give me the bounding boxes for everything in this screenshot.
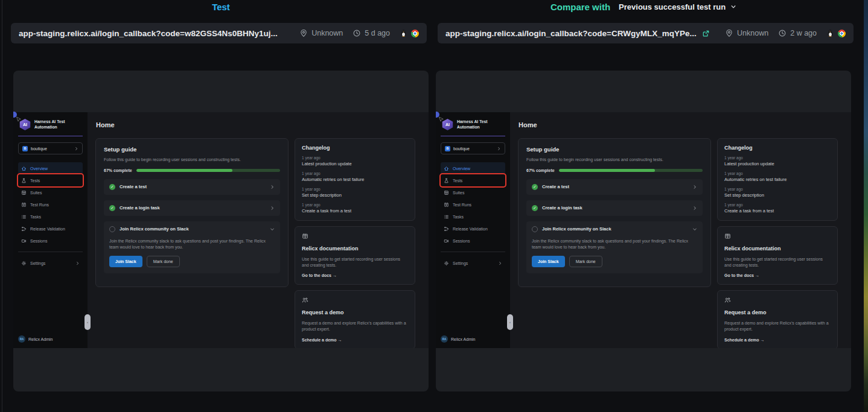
sidebar-item-release-validation[interactable]: Release Validation xyxy=(441,223,505,235)
docs-title: Relicx documentation xyxy=(724,246,831,252)
demo-title: Request a demo xyxy=(302,309,408,315)
setup-step-create-test[interactable]: Create a test xyxy=(104,179,280,195)
mark-done-button[interactable]: Mark done xyxy=(569,256,602,267)
sidebar-item-tests[interactable]: Tests xyxy=(18,174,83,186)
documentation-card: Relicx documentation Use this guide to g… xyxy=(295,226,415,285)
flask-icon xyxy=(21,178,27,183)
app-sidebar: AI Harness AI Test Automation B boutique… xyxy=(436,112,510,348)
changelog-time: 1 year ago xyxy=(724,187,831,191)
demo-text: Request a demo and explore Relicx's capa… xyxy=(302,320,408,332)
schedule-demo-link[interactable]: Schedule a demo → xyxy=(302,338,408,342)
left-screenshot-panel: AI Harness AI Test Automation B boutique… xyxy=(13,71,429,391)
project-name: boutique xyxy=(453,147,470,151)
setup-step-create-login-task[interactable]: Create a login task xyxy=(104,200,280,216)
home-icon xyxy=(21,166,27,171)
avatar: RA xyxy=(18,335,25,343)
sidebar-item-tasks[interactable]: Tasks xyxy=(18,211,83,223)
sidebar-user[interactable]: RA Relicx Admin xyxy=(441,335,475,343)
changelog-text: Create a task from a test xyxy=(724,208,831,214)
schedule-demo-link[interactable]: Schedule a demo → xyxy=(724,338,831,342)
sidebar-item-label: Tasks xyxy=(30,215,41,219)
app-sidebar: AI Harness AI Test Automation B boutique… xyxy=(13,112,88,348)
user-name: Relicx Admin xyxy=(451,337,475,341)
step-label: Create a test xyxy=(120,184,147,189)
test-title: Test xyxy=(212,2,230,12)
sidebar-item-label: Sessions xyxy=(30,239,47,243)
setup-guide-card: Setup guide Follow this guide to begin r… xyxy=(518,138,711,287)
chrome-icon xyxy=(838,30,846,37)
changelog-entry: 1 year ago Create a task from a test xyxy=(724,203,831,214)
changelog-title: Changelog xyxy=(724,145,831,151)
sidebar-item-label: Overview xyxy=(453,166,470,171)
brand-divider xyxy=(441,136,505,136)
sidebar-item-settings[interactable]: Settings xyxy=(441,257,505,269)
changelog-entry: 1 year ago Set step description xyxy=(302,187,408,198)
demo-text: Request a demo and explore Relicx's capa… xyxy=(724,320,831,332)
progress-label: 67% complete xyxy=(526,168,555,173)
step-label: Create a test xyxy=(542,184,569,189)
sidebar-item-sessions[interactable]: Sessions xyxy=(441,235,505,247)
sidebar-item-tests[interactable]: Tests xyxy=(441,174,505,186)
changelog-text: Set step description xyxy=(302,192,408,198)
sidebar-item-label: Settings xyxy=(30,261,45,265)
join-slack-button[interactable]: Join Slack xyxy=(532,256,565,267)
changelog-time: 1 year ago xyxy=(302,187,408,191)
sidebar-item-settings[interactable]: Settings xyxy=(18,257,83,269)
go-to-docs-link[interactable]: Go to the docs → xyxy=(302,273,408,277)
setup-step-create-test[interactable]: Create a test xyxy=(526,179,703,195)
sidebar-item-suites[interactable]: Suites xyxy=(18,186,83,198)
sidebar-item-sessions[interactable]: Sessions xyxy=(18,235,83,247)
sidebar-user[interactable]: RA Relicx Admin xyxy=(18,335,53,343)
step-label: Create a login task xyxy=(120,205,160,211)
right-pane-header: Compare with Previous successful test ru… xyxy=(436,0,851,13)
chevron-right-icon xyxy=(497,147,501,151)
book-icon xyxy=(302,233,308,239)
mark-done-button[interactable]: Mark done xyxy=(147,256,180,267)
setup-step-create-login-task[interactable]: Create a login task xyxy=(526,200,703,216)
right-app-screenshot: AI Harness AI Test Automation B boutique… xyxy=(436,112,851,348)
setup-step-join-slack-header[interactable]: Join Relicx community on Slack xyxy=(104,221,280,237)
sidebar-item-test-runs[interactable]: Test Runs xyxy=(441,198,505,211)
sidebar-item-label: Tests xyxy=(453,179,462,183)
demo-card: Request a demo Request a demo and explor… xyxy=(717,290,838,348)
app-main: Home Setup guide Follow this guide to be… xyxy=(510,112,851,348)
app-brand-name: Harness AI Test Automation xyxy=(457,119,494,130)
setup-step-join-slack-header[interactable]: Join Relicx community on Slack xyxy=(526,221,703,237)
location-pin-icon xyxy=(725,29,733,37)
join-slack-button[interactable]: Join Slack xyxy=(109,256,142,267)
chevron-down-icon xyxy=(730,4,736,10)
sidebar-item-overview[interactable]: Overview xyxy=(18,162,83,174)
progress-fill xyxy=(136,169,233,172)
setup-step-join-slack: Join Relicx community on Slack Join the … xyxy=(526,221,703,273)
changelog-entry: 1 year ago Latest production update xyxy=(724,156,831,166)
location-pin-icon xyxy=(299,29,308,37)
sidebar-item-label: Test Runs xyxy=(30,203,49,207)
project-selector[interactable]: B boutique xyxy=(441,142,505,154)
gear-icon xyxy=(21,261,27,266)
external-link-icon[interactable] xyxy=(702,30,710,37)
sidebar-item-label: Overview xyxy=(30,166,48,171)
page-title: Home xyxy=(96,121,421,128)
project-selector[interactable]: B boutique xyxy=(18,142,83,154)
columns-icon xyxy=(21,202,27,208)
changelog-entry: 1 year ago Latest production update xyxy=(302,156,408,166)
sidebar-item-label: Release Validation xyxy=(453,227,488,231)
changelog-text: Automatic retries on test failure xyxy=(724,177,831,182)
sidebar-item-release-validation[interactable]: Release Validation xyxy=(18,223,83,235)
app-main: Home Setup guide Follow this guide to be… xyxy=(88,112,429,348)
sidebar-collapse-handle[interactable]: ‹ xyxy=(507,314,513,330)
compare-run-dropdown[interactable]: Previous successful test run xyxy=(619,2,736,11)
sidebar-collapse-handle[interactable]: ‹ xyxy=(85,314,91,330)
check-circle-icon xyxy=(109,205,115,211)
setup-step-join-slack: Join Relicx community on Slack Join the … xyxy=(104,221,280,273)
sidebar-item-suites[interactable]: Suites xyxy=(441,186,505,198)
go-to-docs-link[interactable]: Go to the docs → xyxy=(724,273,831,277)
linux-tux-icon xyxy=(826,29,834,37)
sidebar-item-overview[interactable]: Overview xyxy=(441,162,505,174)
step-label: Create a login task xyxy=(542,205,582,211)
sidebar-item-test-runs[interactable]: Test Runs xyxy=(18,198,83,211)
people-icon xyxy=(302,297,308,303)
changelog-time: 1 year ago xyxy=(302,156,408,160)
sidebar-item-tasks[interactable]: Tasks xyxy=(441,211,505,223)
video-icon xyxy=(444,238,449,244)
